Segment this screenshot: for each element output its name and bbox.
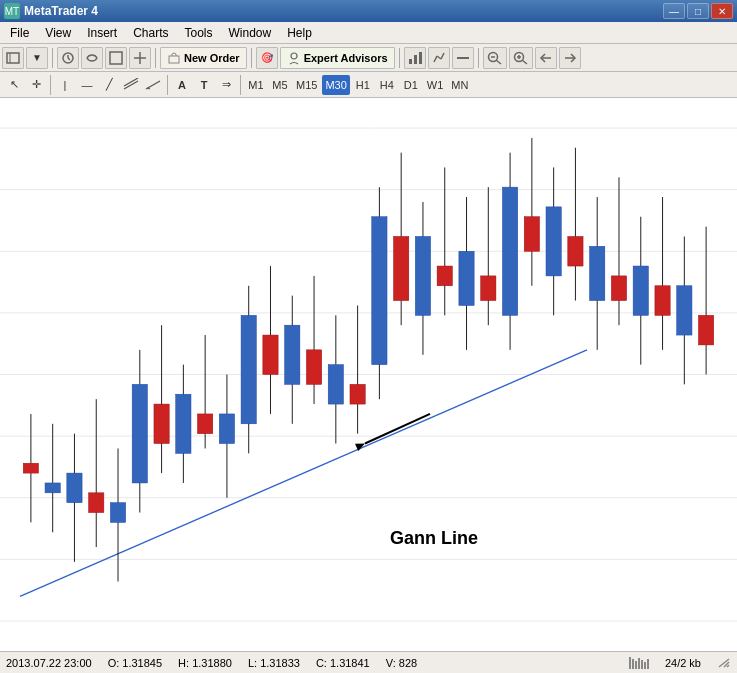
arrow-object-tool[interactable]: ⇒ <box>216 75 236 95</box>
tf-h4[interactable]: H4 <box>376 75 398 95</box>
label-tool[interactable]: T <box>194 75 214 95</box>
tf-w1[interactable]: W1 <box>424 75 447 95</box>
svg-rect-11 <box>414 55 417 64</box>
tools-toolbar: ↖ ✛ | — ╱ A T ⇒ M1 M5 M15 M30 H1 H4 D1 W… <box>0 72 737 98</box>
svg-line-15 <box>441 53 444 59</box>
status-bar: 2013.07.22 23:00 O: 1.31845 H: 1.31880 L… <box>0 651 737 673</box>
tf-m5[interactable]: M5 <box>269 75 291 95</box>
channel-tool[interactable] <box>121 75 141 95</box>
scroll-left-button[interactable] <box>535 47 557 69</box>
tf-mn[interactable]: MN <box>448 75 471 95</box>
status-open: O: 1.31845 <box>108 657 162 669</box>
new-order-button[interactable]: New Order <box>160 47 247 69</box>
status-volume: V: 828 <box>386 657 417 669</box>
chart-canvas <box>0 98 737 651</box>
tf-m15[interactable]: M15 <box>293 75 320 95</box>
menu-help[interactable]: Help <box>279 22 320 43</box>
toolbar-btn-2[interactable]: ▼ <box>26 47 48 69</box>
main-toolbar: ▼ New Order 🎯 Expert Advisors <box>0 44 737 72</box>
svg-rect-30 <box>629 657 631 669</box>
sep-t3 <box>240 75 241 95</box>
toolbar-btn-chart3[interactable] <box>452 47 474 69</box>
toolbar-btn-target[interactable]: 🎯 <box>256 47 278 69</box>
sep-t2 <box>167 75 168 95</box>
status-size: 24/2 kb <box>665 657 701 669</box>
svg-rect-34 <box>641 660 643 669</box>
sep-t1 <box>50 75 51 95</box>
svg-point-9 <box>291 53 297 59</box>
sep-5 <box>478 48 479 68</box>
arrow-tool[interactable]: ↖ <box>4 75 24 95</box>
svg-line-21 <box>522 60 527 64</box>
toolbar-btn-5[interactable] <box>105 47 127 69</box>
toolbar-btn-chart1[interactable] <box>404 47 426 69</box>
svg-rect-32 <box>635 661 637 669</box>
svg-rect-5 <box>110 52 122 64</box>
sep-4 <box>399 48 400 68</box>
status-low: L: 1.31833 <box>248 657 300 669</box>
new-order-label: New Order <box>184 52 240 64</box>
svg-rect-36 <box>647 659 649 669</box>
maximize-button[interactable]: □ <box>687 3 709 19</box>
svg-rect-10 <box>409 59 412 64</box>
menu-bar: File View Insert Charts Tools Window Hel… <box>0 22 737 44</box>
svg-line-4 <box>68 58 70 60</box>
scroll-right-button[interactable] <box>559 47 581 69</box>
svg-line-13 <box>434 56 437 62</box>
toolbar-btn-4[interactable] <box>81 47 103 69</box>
sep-3 <box>251 48 252 68</box>
svg-rect-31 <box>632 659 634 669</box>
title-bar: MT MetaTrader 4 — □ ✕ <box>0 0 737 22</box>
status-bars-icon <box>629 657 649 669</box>
sep-2 <box>155 48 156 68</box>
status-close: C: 1.31841 <box>316 657 370 669</box>
tf-m1[interactable]: M1 <box>245 75 267 95</box>
main-window: MT MetaTrader 4 — □ ✕ File View Insert C… <box>0 0 737 673</box>
horizontal-line-tool[interactable]: — <box>77 75 97 95</box>
window-controls: — □ ✕ <box>663 3 733 19</box>
trend-line-tool[interactable]: ╱ <box>99 75 119 95</box>
expert-advisors-label: Expert Advisors <box>304 52 388 64</box>
toolbar-btn-1[interactable] <box>2 47 24 69</box>
zoom-in-button[interactable] <box>509 47 533 69</box>
menu-insert[interactable]: Insert <box>79 22 125 43</box>
toolbar-btn-6[interactable] <box>129 47 151 69</box>
svg-line-18 <box>496 60 501 64</box>
expert-advisors-button[interactable]: Expert Advisors <box>280 47 395 69</box>
tf-h1[interactable]: H1 <box>352 75 374 95</box>
svg-rect-8 <box>169 56 179 63</box>
chart-container[interactable]: Gann Line <box>0 98 737 651</box>
title-text: MetaTrader 4 <box>24 4 98 18</box>
menu-window[interactable]: Window <box>221 22 280 43</box>
menu-tools[interactable]: Tools <box>177 22 221 43</box>
status-datetime: 2013.07.22 23:00 <box>6 657 92 669</box>
svg-rect-0 <box>7 53 19 63</box>
app-icon: MT <box>4 3 20 19</box>
close-button[interactable]: ✕ <box>711 3 733 19</box>
toolbar-btn-chart2[interactable] <box>428 47 450 69</box>
toolbar-btn-3[interactable] <box>57 47 79 69</box>
tf-d1[interactable]: D1 <box>400 75 422 95</box>
svg-rect-12 <box>419 52 422 64</box>
svg-rect-33 <box>638 658 640 669</box>
menu-view[interactable]: View <box>37 22 79 43</box>
zoom-out-button[interactable] <box>483 47 507 69</box>
crosshair-tool[interactable]: ✛ <box>26 75 46 95</box>
sep-1 <box>52 48 53 68</box>
svg-line-39 <box>727 665 729 667</box>
tf-m30[interactable]: M30 <box>322 75 349 95</box>
status-resize-icon <box>717 657 731 669</box>
vertical-line-tool[interactable]: | <box>55 75 75 95</box>
pen-tool[interactable] <box>143 75 163 95</box>
svg-rect-35 <box>644 662 646 669</box>
minimize-button[interactable]: — <box>663 3 685 19</box>
text-tool[interactable]: A <box>172 75 192 95</box>
status-high: H: 1.31880 <box>178 657 232 669</box>
menu-charts[interactable]: Charts <box>125 22 176 43</box>
menu-file[interactable]: File <box>2 22 37 43</box>
